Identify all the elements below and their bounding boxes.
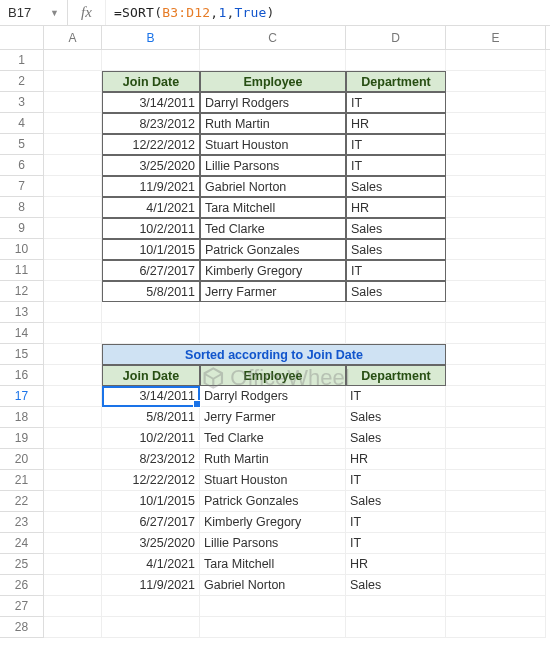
row-header-8[interactable]: 8	[0, 197, 44, 218]
cell-E16[interactable]	[446, 365, 546, 386]
cell-E1[interactable]	[446, 50, 546, 71]
cell-C1[interactable]	[200, 50, 346, 71]
cell-B12[interactable]: 5/8/2011	[102, 281, 200, 302]
row-header-2[interactable]: 2	[0, 71, 44, 92]
cell-A24[interactable]	[44, 533, 102, 554]
cell-D21[interactable]: IT	[346, 470, 446, 491]
cell-E23[interactable]	[446, 512, 546, 533]
cell-A15[interactable]	[44, 344, 102, 365]
cell-C25[interactable]: Tara Mitchell	[200, 554, 346, 575]
cell-B10[interactable]: 10/1/2015	[102, 239, 200, 260]
cell-C26[interactable]: Gabriel Norton	[200, 575, 346, 596]
cell-A3[interactable]	[44, 92, 102, 113]
cell-B3[interactable]: 3/14/2011	[102, 92, 200, 113]
cell-E8[interactable]	[446, 197, 546, 218]
cell-D27[interactable]	[346, 596, 446, 617]
cell-B23[interactable]: 6/27/2017	[102, 512, 200, 533]
cell-E22[interactable]	[446, 491, 546, 512]
fx-icon[interactable]: fx	[68, 0, 106, 25]
cell-C14[interactable]	[200, 323, 346, 344]
cell-E17[interactable]	[446, 386, 546, 407]
cell-C11[interactable]: Kimberly Gregory	[200, 260, 346, 281]
cell-C23[interactable]: Kimberly Gregory	[200, 512, 346, 533]
cell-D3[interactable]: IT	[346, 92, 446, 113]
cell-D16[interactable]: Department	[346, 365, 446, 386]
row-header-28[interactable]: 28	[0, 617, 44, 638]
cell-D23[interactable]: IT	[346, 512, 446, 533]
cell-B1[interactable]	[102, 50, 200, 71]
cell-D25[interactable]: HR	[346, 554, 446, 575]
cell-B13[interactable]	[102, 302, 200, 323]
cell-A20[interactable]	[44, 449, 102, 470]
cell-D7[interactable]: Sales	[346, 176, 446, 197]
row-header-3[interactable]: 3	[0, 92, 44, 113]
cell-E28[interactable]	[446, 617, 546, 638]
cell-D1[interactable]	[346, 50, 446, 71]
row-header-6[interactable]: 6	[0, 155, 44, 176]
row-header-5[interactable]: 5	[0, 134, 44, 155]
cell-C24[interactable]: Lillie Parsons	[200, 533, 346, 554]
cell-C20[interactable]: Ruth Martin	[200, 449, 346, 470]
cell-C12[interactable]: Jerry Farmer	[200, 281, 346, 302]
sorted-title[interactable]: Sorted according to Join Date	[102, 344, 446, 365]
row-header-26[interactable]: 26	[0, 575, 44, 596]
row-header-14[interactable]: 14	[0, 323, 44, 344]
cell-A23[interactable]	[44, 512, 102, 533]
row-header-27[interactable]: 27	[0, 596, 44, 617]
cell-E14[interactable]	[446, 323, 546, 344]
cells-area[interactable]: Join DateEmployeeDepartment3/14/2011Darr…	[44, 50, 550, 638]
cell-D19[interactable]: Sales	[346, 428, 446, 449]
row-header-12[interactable]: 12	[0, 281, 44, 302]
cell-D20[interactable]: HR	[346, 449, 446, 470]
formula-input[interactable]: =SORT(B3:D12,1,True)	[106, 5, 283, 20]
row-header-17[interactable]: 17	[0, 386, 44, 407]
cell-A2[interactable]	[44, 71, 102, 92]
cell-B27[interactable]	[102, 596, 200, 617]
cell-D9[interactable]: Sales	[346, 218, 446, 239]
row-header-24[interactable]: 24	[0, 533, 44, 554]
cell-E19[interactable]	[446, 428, 546, 449]
cell-E12[interactable]	[446, 281, 546, 302]
cell-A13[interactable]	[44, 302, 102, 323]
cell-A22[interactable]	[44, 491, 102, 512]
cell-E2[interactable]	[446, 71, 546, 92]
cell-D12[interactable]: Sales	[346, 281, 446, 302]
cell-C9[interactable]: Ted Clarke	[200, 218, 346, 239]
cell-D5[interactable]: IT	[346, 134, 446, 155]
cell-C4[interactable]: Ruth Martin	[200, 113, 346, 134]
cell-B28[interactable]	[102, 617, 200, 638]
cell-D13[interactable]	[346, 302, 446, 323]
cell-C28[interactable]	[200, 617, 346, 638]
cell-B8[interactable]: 4/1/2021	[102, 197, 200, 218]
cell-C21[interactable]: Stuart Houston	[200, 470, 346, 491]
cell-D26[interactable]: Sales	[346, 575, 446, 596]
cell-B5[interactable]: 12/22/2012	[102, 134, 200, 155]
cell-C5[interactable]: Stuart Houston	[200, 134, 346, 155]
cell-A28[interactable]	[44, 617, 102, 638]
cell-A4[interactable]	[44, 113, 102, 134]
cell-E27[interactable]	[446, 596, 546, 617]
cell-C2[interactable]: Employee	[200, 71, 346, 92]
cell-A17[interactable]	[44, 386, 102, 407]
cell-B24[interactable]: 3/25/2020	[102, 533, 200, 554]
cell-A21[interactable]	[44, 470, 102, 491]
cell-B21[interactable]: 12/22/2012	[102, 470, 200, 491]
cell-B26[interactable]: 11/9/2021	[102, 575, 200, 596]
cell-D8[interactable]: HR	[346, 197, 446, 218]
cell-C19[interactable]: Ted Clarke	[200, 428, 346, 449]
cell-B7[interactable]: 11/9/2021	[102, 176, 200, 197]
cell-A27[interactable]	[44, 596, 102, 617]
cell-E10[interactable]	[446, 239, 546, 260]
cell-B11[interactable]: 6/27/2017	[102, 260, 200, 281]
row-header-13[interactable]: 13	[0, 302, 44, 323]
row-header-10[interactable]: 10	[0, 239, 44, 260]
cell-E4[interactable]	[446, 113, 546, 134]
cell-E18[interactable]	[446, 407, 546, 428]
cell-E25[interactable]	[446, 554, 546, 575]
cell-D17[interactable]: IT	[346, 386, 446, 407]
cell-B18[interactable]: 5/8/2011	[102, 407, 200, 428]
row-header-18[interactable]: 18	[0, 407, 44, 428]
cell-D28[interactable]	[346, 617, 446, 638]
name-box-dropdown-icon[interactable]: ▼	[50, 8, 59, 18]
row-header-22[interactable]: 22	[0, 491, 44, 512]
